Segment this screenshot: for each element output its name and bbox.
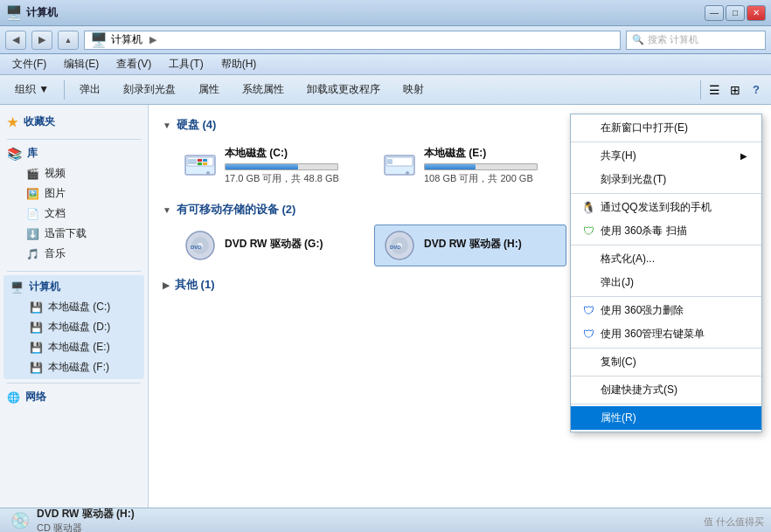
sidebar-favorites-label: 收藏夹 [24, 114, 55, 129]
search-placeholder: 搜索 计算机 [648, 33, 698, 46]
ctx-shortcut[interactable]: 创建快捷方式(S) [571, 378, 761, 402]
xunlei-icon: ⬇️ [26, 228, 39, 240]
menu-tools[interactable]: 工具(T) [162, 55, 210, 73]
ctx-format[interactable]: 格式化(A)... [571, 247, 761, 271]
forward-button[interactable]: ▶ [31, 31, 52, 50]
disk-icon-d: 💾 [30, 321, 43, 334]
svg-text:DVD: DVD [191, 245, 202, 250]
statusbar-info: DVD RW 驱动器 (H:) CD 驱动器 [37, 507, 135, 533]
view-grid-button[interactable]: ⊞ [726, 80, 745, 100]
dvd-h-info: DVD RW 驱动器 (H:) [424, 237, 559, 254]
sidebar-item-e[interactable]: 💾 本地磁盘 (E:) [3, 337, 144, 357]
toolbar-sep-1 [64, 80, 65, 100]
sidebar: ★ 收藏夹 📚 库 🎬 视频 🖼️ 图片 📄 文档 [0, 105, 149, 508]
statusbar: 💿 DVD RW 驱动器 (H:) CD 驱动器 值 什么值得买 [0, 508, 771, 532]
ctx-360-manage[interactable]: 🛡 使用 360管理右键菜单 [571, 322, 761, 346]
organize-button[interactable]: 组织 ▼ [5, 79, 59, 101]
sidebar-library-header[interactable]: 📚 库 [0, 143, 148, 163]
map-button[interactable]: 映射 [393, 79, 434, 101]
sidebar-item-music[interactable]: 🎵 音乐 [0, 244, 148, 264]
ctx-360-force-del[interactable]: 🛡 使用 360强力删除 [571, 299, 761, 322]
sidebar-div-3 [7, 383, 141, 383]
address-box[interactable]: 🖥️ 计算机 ▶ [84, 31, 621, 50]
drive-c-bar-container [225, 163, 338, 170]
dvd-g[interactable]: DVD DVD RW 驱动器 (G:) [175, 225, 367, 266]
main-layout: ★ 收藏夹 📚 库 🎬 视频 🖼️ 图片 📄 文档 [0, 105, 771, 508]
ctx-properties-label: 属性(R) [601, 411, 747, 425]
search-box[interactable]: 🔍 搜索 计算机 [626, 31, 766, 50]
ctx-burn[interactable]: 刻录到光盘(T) [571, 168, 761, 191]
view-list-button[interactable]: ☰ [705, 80, 724, 100]
removable-label: 有可移动存储的设备 (2) [177, 202, 296, 218]
ctx-share[interactable]: 共享(H) ▶ [571, 144, 761, 168]
ctx-open-new-window[interactable]: 在新窗口中打开(E) [571, 116, 761, 140]
burn-icon [581, 173, 595, 187]
up-button[interactable]: ▲ [58, 31, 79, 50]
sidebar-item-video[interactable]: 🎬 视频 [0, 163, 148, 183]
titlebar-left: 🖥️ 计算机 [5, 4, 58, 21]
back-button[interactable]: ◀ [5, 31, 26, 50]
sidebar-item-document[interactable]: 📄 文档 [0, 204, 148, 224]
ctx-eject[interactable]: 弹出(J) [571, 271, 761, 294]
drive-c[interactable]: 本地磁盘 (C:) 17.0 GB 可用，共 48.8 GB [175, 140, 367, 191]
ctx-360-scan[interactable]: 🛡 使用 360杀毒 扫描 [571, 219, 761, 243]
share-icon [581, 149, 595, 163]
drive-c-icon [183, 151, 218, 181]
drive-e[interactable]: 本地磁盘 (E:) 108 GB 可用，共 200 GB [374, 140, 566, 191]
svg-rect-8 [203, 162, 207, 165]
eject-button[interactable]: 弹出 [70, 79, 110, 101]
ctx-copy[interactable]: 复制(C) [571, 350, 761, 374]
sidebar-item-d[interactable]: 💾 本地磁盘 (D:) [3, 317, 144, 337]
props-icon [581, 411, 595, 425]
sidebar-item-picture[interactable]: 🖼️ 图片 [0, 183, 148, 204]
ctx-properties[interactable]: 属性(R) [571, 406, 761, 430]
menu-help[interactable]: 帮助(H) [214, 55, 264, 73]
close-button[interactable]: ✕ [747, 5, 766, 21]
hard-drives-label: 硬盘 (4) [177, 117, 217, 133]
menu-edit[interactable]: 编辑(E) [57, 55, 106, 73]
sidebar-item-f[interactable]: 💾 本地磁盘 (F:) [3, 357, 144, 377]
menu-file[interactable]: 文件(F) [5, 55, 53, 73]
menubar: 文件(F) 编辑(E) 查看(V) 工具(T) 帮助(H) [0, 54, 771, 75]
removable-triangle[interactable]: ▼ [163, 205, 171, 215]
properties-button[interactable]: 属性 [189, 79, 229, 101]
sidebar-network-header[interactable]: 🌐 网络 [0, 387, 148, 407]
360-scan-icon: 🛡 [581, 225, 595, 238]
statusbar-drive-type: CD 驱动器 [37, 522, 135, 533]
maximize-button[interactable]: □ [726, 5, 745, 21]
burn-button[interactable]: 刻录到光盘 [114, 79, 185, 101]
dvd-h[interactable]: DVD DVD RW 驱动器 (H:) [374, 225, 566, 266]
ctx-shortcut-label: 创建快捷方式(S) [601, 383, 747, 397]
sidebar-library-section: 📚 库 🎬 视频 🖼️ 图片 📄 文档 ⬇️ 迅雷下载 🎵 音乐 [0, 143, 148, 264]
sidebar-computer-label: 计算机 [29, 280, 60, 294]
sidebar-computer-header[interactable]: 🖥️ 计算机 [3, 277, 144, 297]
watermark: 值 什么值得买 [704, 515, 764, 529]
drive-c-bar [226, 164, 298, 169]
search-icon: 🔍 [632, 34, 644, 45]
uninstall-button[interactable]: 卸载或更改程序 [297, 79, 390, 101]
ctx-sep-2 [571, 193, 761, 194]
ctx-qq-send[interactable]: 🐧 通过QQ发送到我的手机 [571, 196, 761, 219]
minimize-button[interactable]: — [705, 5, 724, 21]
dvd-h-name: DVD RW 驱动器 (H:) [424, 237, 559, 252]
ctx-360-force-label: 使用 360强力删除 [601, 303, 747, 318]
content-area: ▼ 硬盘 (4) [149, 105, 771, 508]
menu-view[interactable]: 查看(V) [109, 55, 158, 73]
statusbar-drive-name: DVD RW 驱动器 (H:) [37, 507, 135, 522]
view-buttons: ☰ ⊞ ? [698, 80, 766, 100]
sidebar-favorites-header[interactable]: ★ 收藏夹 [0, 112, 148, 132]
help-button[interactable]: ? [747, 80, 766, 100]
sys-properties-button[interactable]: 系统属性 [233, 79, 294, 101]
sidebar-item-c[interactable]: 💾 本地磁盘 (C:) [3, 297, 144, 317]
triangle-icon[interactable]: ▼ [163, 121, 171, 130]
drive-e-bar [425, 164, 476, 169]
sidebar-d-label: 本地磁盘 (D:) [48, 320, 110, 335]
document-icon: 📄 [26, 208, 39, 220]
sidebar-network-label: 网络 [25, 390, 46, 404]
sidebar-item-xunlei[interactable]: ⬇️ 迅雷下载 [0, 224, 148, 244]
drive-e-name: 本地磁盘 (E:) [424, 146, 559, 161]
drive-e-icon [382, 151, 417, 181]
sidebar-c-label: 本地磁盘 (C:) [48, 300, 110, 314]
open-window-icon [581, 121, 595, 135]
other-triangle[interactable]: ▶ [163, 280, 170, 290]
